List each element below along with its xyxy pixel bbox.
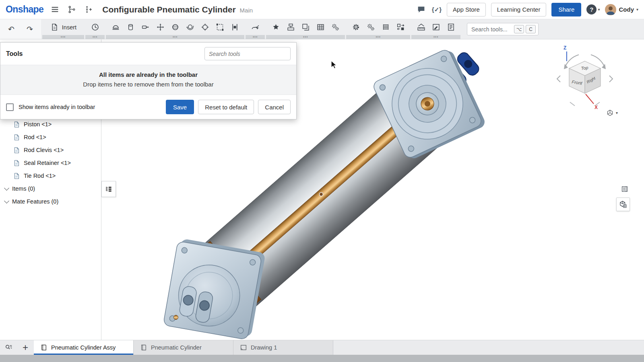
dialog-title: Tools xyxy=(6,50,23,58)
onshape-app: Top Front Right Y Z X ▾ Onshape Configur… xyxy=(0,0,644,362)
chevron-down-icon[interactable]: ▾ xyxy=(636,7,638,12)
overflow-dots: ••• xyxy=(42,35,84,39)
planar-mate-icon[interactable] xyxy=(154,21,166,33)
show-items-checkbox[interactable] xyxy=(6,103,14,111)
part-icon xyxy=(13,121,20,128)
configurations-table-icon[interactable] xyxy=(314,21,326,33)
rack-icon[interactable] xyxy=(380,21,392,33)
list-item-rod-clevis[interactable]: Rod Clevis <1> xyxy=(0,144,101,156)
chevron-down-icon[interactable]: ▾ xyxy=(598,7,600,12)
replicate-icon[interactable] xyxy=(394,21,407,33)
toolbar-group-docs: ••• xyxy=(411,19,460,39)
cube-icon xyxy=(606,109,614,117)
document-title: Configurable Pneumatic Cylinder xyxy=(102,5,235,14)
tab-drawing-1[interactable]: Drawing 1 xyxy=(233,340,333,355)
toolbar-group-mates: ••• xyxy=(106,19,244,39)
cancel-button[interactable]: Cancel xyxy=(258,100,291,114)
revolute-mate-icon[interactable] xyxy=(124,21,136,33)
feature-script-check-icon[interactable]: {✓} xyxy=(432,6,442,13)
pin-slot-mate-icon[interactable] xyxy=(184,21,196,33)
onshape-logo[interactable]: Onshape xyxy=(6,4,43,15)
tab-pneumatic-cylinder[interactable]: Pneumatic Cylinder xyxy=(134,340,233,355)
viewcube-z-axis-label: Z xyxy=(564,45,566,51)
list-item-tie-rod[interactable]: Tie Rod <1> xyxy=(0,169,101,182)
tab-label: Drawing 1 xyxy=(251,344,277,351)
chevron-down-icon: ▾ xyxy=(616,111,618,115)
undo-icon[interactable]: ↶ xyxy=(6,25,17,33)
header-right-cluster: {✓} App Store Learning Center Share ? ▾ … xyxy=(416,3,638,16)
learning-center-button[interactable]: Learning Center xyxy=(491,3,547,16)
snap-mode-icon[interactable] xyxy=(249,21,261,33)
redo-icon[interactable]: ↷ xyxy=(24,25,35,33)
sheet-metal-icon[interactable] xyxy=(285,21,297,33)
part-icon xyxy=(13,134,20,141)
gear-relation-icon[interactable] xyxy=(329,21,341,33)
dialog-message-title: All items are already in the toolbar xyxy=(0,71,296,78)
avatar[interactable] xyxy=(605,4,616,15)
assembly-toolbar: ↶ ↷ Insert ••• ••• xyxy=(0,19,644,39)
tab-label: Pneumatic Cylinder Assy xyxy=(51,344,116,351)
footer-strip xyxy=(0,355,644,362)
tab-pneumatic-cylinder-assy[interactable]: Pneumatic Cylinder Assy xyxy=(34,340,134,355)
section-mate-features[interactable]: Mate Features (0) xyxy=(0,195,101,208)
mate-connector-icon[interactable] xyxy=(199,21,211,33)
right-panel-list-button[interactable] xyxy=(619,183,631,195)
workspace-name[interactable]: Main xyxy=(240,5,253,14)
hamburger-menu-icon[interactable] xyxy=(50,4,60,15)
version-tree-icon[interactable] xyxy=(66,4,77,15)
cylindrical-mate-icon[interactable] xyxy=(169,21,181,33)
gear-pair-icon[interactable] xyxy=(365,21,377,33)
measure-icon[interactable] xyxy=(415,21,427,33)
part-icon xyxy=(13,173,20,179)
fastened-mate-icon[interactable] xyxy=(109,21,122,33)
right-panel-parts-button[interactable] xyxy=(616,197,630,211)
group-icon[interactable] xyxy=(214,21,226,33)
search-list-icon xyxy=(4,343,12,352)
user-name[interactable]: Cody xyxy=(619,6,634,13)
reset-to-default-button[interactable]: Reset to default xyxy=(198,100,254,114)
share-button[interactable]: Share xyxy=(551,3,581,16)
section-items[interactable]: Items (0) xyxy=(0,182,101,195)
clock-icon[interactable] xyxy=(89,21,101,33)
chevron-down-icon xyxy=(4,198,9,204)
structure-tree-button[interactable] xyxy=(101,181,116,197)
dialog-drop-zone[interactable]: All items are already in the toolbar Dro… xyxy=(0,65,296,95)
insert-icon xyxy=(50,23,60,32)
comment-icon[interactable] xyxy=(416,4,427,15)
slider-mate-icon[interactable] xyxy=(139,21,151,33)
bom-icon[interactable] xyxy=(445,21,457,33)
overflow-dots: ••• xyxy=(411,35,460,39)
named-views-icon[interactable] xyxy=(270,21,282,33)
list-item-piston[interactable]: Piston <1> xyxy=(0,118,101,131)
insert-label: Insert xyxy=(62,24,76,31)
viewcube-x-axis-label: X xyxy=(594,105,598,110)
part-icon xyxy=(13,160,20,167)
toolbar-group-gears: ••• xyxy=(346,19,410,39)
checkbox-label: Show items already in toolbar xyxy=(19,104,95,110)
view-options-button[interactable]: ▾ xyxy=(604,109,620,117)
list-item-rod[interactable]: Rod <1> xyxy=(0,131,101,144)
toolbar-group-1: ••• xyxy=(85,19,105,39)
option-key: ⌥ xyxy=(514,25,524,33)
list-item-label: Rod Clevis <1> xyxy=(24,147,64,153)
search-tabs-button[interactable] xyxy=(0,340,17,355)
panel-cube-icon xyxy=(619,200,627,209)
spur-gear-icon[interactable] xyxy=(350,21,362,33)
save-button[interactable]: Save xyxy=(166,100,194,114)
toolbar-group-features: ••• xyxy=(266,19,345,39)
help-icon[interactable]: ? xyxy=(586,4,597,14)
add-tab-button[interactable]: + xyxy=(17,340,34,355)
list-item-seal-retainer[interactable]: Seal Retainer <1> xyxy=(0,156,101,169)
shortcut-keys: ⌥ C xyxy=(514,25,536,33)
insert-nodes-icon[interactable] xyxy=(83,4,94,15)
derived-copy-icon[interactable] xyxy=(299,21,312,33)
overflow-dots: ••• xyxy=(106,35,244,39)
app-store-button[interactable]: App Store xyxy=(447,3,486,16)
part-studio-tab-icon xyxy=(140,344,147,351)
tangent-mate-icon[interactable] xyxy=(229,21,241,33)
tab-label: Pneumatic Cylinder xyxy=(151,344,202,351)
dialog-search-input[interactable] xyxy=(204,47,291,60)
toolbar-search: ⌥ C xyxy=(467,23,539,35)
drawing-icon[interactable] xyxy=(430,21,442,33)
insert-button[interactable]: Insert xyxy=(46,23,80,32)
